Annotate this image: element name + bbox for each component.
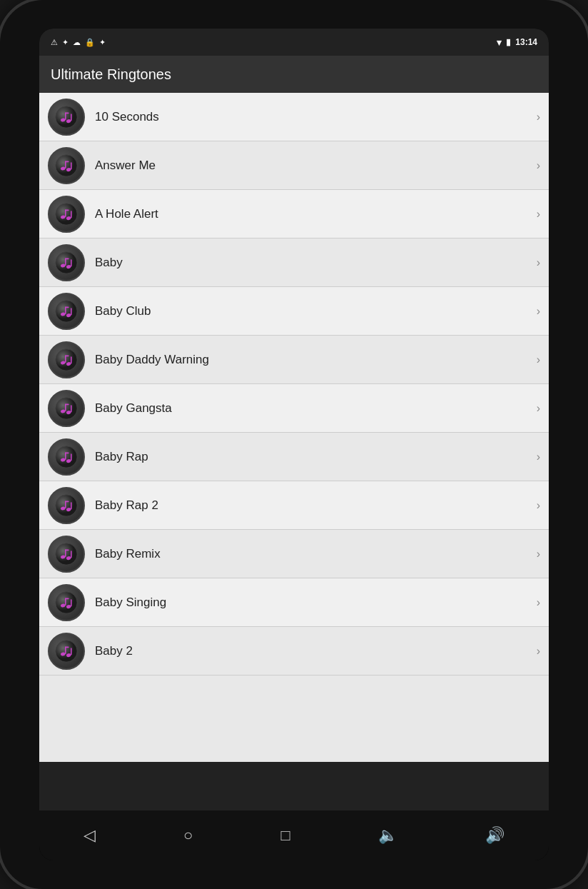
svg-rect-23	[71, 259, 72, 266]
music-icon	[48, 196, 85, 233]
home-button[interactable]: ○	[169, 819, 207, 852]
svg-point-18	[56, 251, 77, 273]
chevron-right-icon: ›	[537, 353, 540, 366]
music-icon	[48, 584, 85, 621]
list-item[interactable]: Baby›	[39, 238, 549, 287]
item-label: Baby Club	[95, 304, 531, 318]
recents-button[interactable]: □	[267, 819, 305, 852]
battery-icon: ▮	[506, 37, 511, 47]
wifi-icon: ▾	[497, 37, 502, 48]
music-icon	[48, 99, 85, 136]
usb-icon: ✦	[62, 38, 69, 47]
svg-rect-51	[65, 501, 69, 502]
svg-rect-47	[71, 453, 72, 461]
chevron-right-icon: ›	[537, 548, 540, 561]
chevron-right-icon: ›	[537, 499, 540, 512]
svg-point-36	[56, 397, 77, 418]
svg-rect-39	[65, 403, 69, 405]
music-icon	[48, 536, 85, 573]
music-icon	[48, 390, 85, 427]
chevron-right-icon: ›	[537, 256, 540, 269]
svg-rect-53	[71, 502, 72, 509]
cloud-icon: ☁	[73, 38, 81, 47]
music-icon	[48, 633, 85, 670]
app-title: Ultimate Ringtones	[51, 66, 171, 83]
svg-point-24	[56, 300, 77, 321]
list-item[interactable]: Baby Remix›	[39, 530, 549, 578]
list-item[interactable]: Baby 2›	[39, 627, 549, 675]
svg-point-66	[56, 640, 77, 661]
svg-rect-15	[65, 209, 69, 211]
music-icon	[48, 487, 85, 524]
status-bar: ⚠ ✦ ☁ 🔒 ✦ ▾ ▮ 13:14	[39, 29, 549, 56]
item-label: Answer Me	[95, 159, 531, 173]
svg-rect-33	[65, 355, 69, 356]
svg-point-48	[56, 494, 77, 516]
list-item[interactable]: 10 Seconds›	[39, 93, 549, 141]
back-button[interactable]: ◁	[69, 819, 110, 852]
item-label: Baby Daddy Warning	[95, 353, 531, 367]
device-frame: ⚠ ✦ ☁ 🔒 ✦ ▾ ▮ 13:14 Ultimate Ringtones	[0, 0, 588, 889]
item-label: 10 Seconds	[95, 110, 531, 124]
item-label: Baby Remix	[95, 547, 531, 561]
media-player-bar	[39, 762, 549, 810]
list-item[interactable]: Baby Gangsta›	[39, 384, 549, 433]
music-icon	[48, 438, 85, 476]
item-label: Baby 2	[95, 644, 531, 658]
svg-rect-11	[71, 162, 72, 169]
chevron-right-icon: ›	[537, 451, 540, 463]
svg-rect-41	[71, 405, 72, 412]
item-label: A Hole Alert	[95, 207, 531, 221]
svg-point-30	[56, 348, 77, 370]
svg-point-60	[56, 591, 77, 613]
svg-rect-17	[71, 211, 72, 218]
item-label: Baby Rap	[95, 450, 531, 464]
list-item[interactable]: Baby Singing›	[39, 578, 549, 627]
chevron-right-icon: ›	[537, 159, 540, 172]
svg-point-54	[56, 543, 77, 564]
svg-rect-3	[65, 112, 69, 114]
svg-rect-65	[71, 599, 72, 606]
svg-point-0	[56, 106, 77, 127]
item-label: Baby Singing	[95, 596, 531, 610]
nav-bar: ◁ ○ □ 🔈 🔊	[39, 810, 549, 860]
chevron-right-icon: ›	[537, 305, 540, 318]
list-item[interactable]: Baby Daddy Warning›	[39, 336, 549, 384]
list-item[interactable]: Baby Club›	[39, 287, 549, 336]
item-label: Baby Gangsta	[95, 401, 531, 416]
ringtone-list[interactable]: 10 Seconds› Answer Me›	[39, 93, 549, 762]
list-item[interactable]: Baby Rap›	[39, 433, 549, 481]
chevron-right-icon: ›	[537, 596, 540, 609]
svg-rect-71	[71, 648, 72, 655]
status-left-icons: ⚠ ✦ ☁ 🔒 ✦	[51, 38, 106, 47]
svg-rect-27	[65, 306, 69, 308]
item-label: Baby Rap 2	[95, 498, 531, 513]
svg-rect-5	[71, 114, 72, 121]
clock: 13:14	[515, 37, 537, 47]
chevron-right-icon: ›	[537, 402, 540, 415]
music-icon	[48, 341, 85, 378]
music-icon	[48, 293, 85, 330]
star-icon: ✦	[99, 38, 106, 47]
svg-rect-45	[65, 452, 69, 453]
volume-down-button[interactable]: 🔈	[364, 819, 412, 852]
svg-point-42	[56, 446, 77, 467]
svg-rect-57	[65, 549, 69, 551]
status-right: ▾ ▮ 13:14	[497, 37, 537, 48]
item-label: Baby	[95, 256, 531, 270]
list-item[interactable]: A Hole Alert›	[39, 190, 549, 238]
chevron-right-icon: ›	[537, 111, 540, 124]
svg-rect-35	[71, 356, 72, 363]
svg-rect-63	[65, 598, 69, 599]
list-item[interactable]: Baby Rap 2›	[39, 481, 549, 530]
svg-rect-29	[71, 308, 72, 315]
list-item[interactable]: Answer Me›	[39, 141, 549, 190]
lock-icon: 🔒	[85, 38, 95, 47]
svg-point-12	[56, 203, 77, 224]
chevron-right-icon: ›	[537, 208, 540, 221]
app-bar: Ultimate Ringtones	[39, 56, 549, 93]
svg-rect-21	[65, 258, 69, 259]
volume-up-button[interactable]: 🔊	[471, 819, 519, 852]
screen: ⚠ ✦ ☁ 🔒 ✦ ▾ ▮ 13:14 Ultimate Ringtones	[39, 29, 549, 860]
svg-point-6	[56, 154, 77, 176]
